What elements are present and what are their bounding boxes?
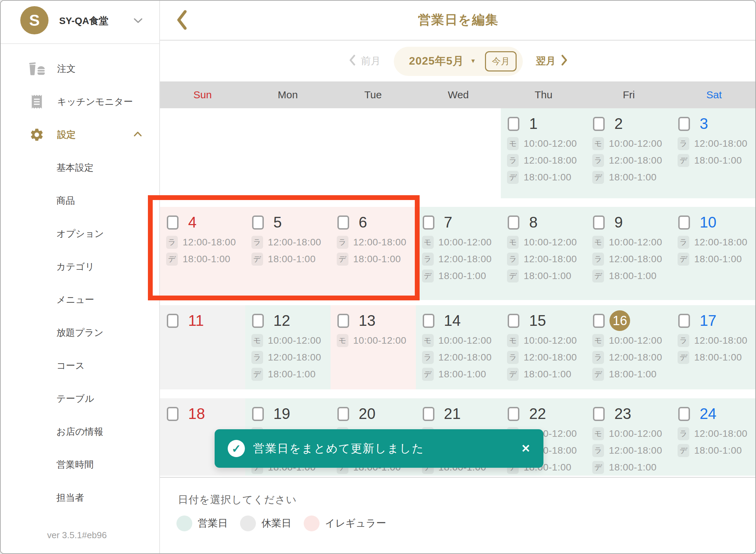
day-cell-12[interactable]: 12モ10:00-12:00ラ12:00-18:00デ18:00-1:00: [245, 305, 331, 389]
day-checkbox-22[interactable]: [508, 407, 519, 421]
day-number: 11: [188, 312, 204, 329]
day-checkbox-19[interactable]: [252, 407, 264, 421]
day-cell-7[interactable]: 7モ10:00-12:00ラ12:00-18:00デ18:00-1:00: [416, 207, 501, 300]
time-slot: ラ12:00-18:00: [245, 349, 331, 366]
slot-time: 10:00-12:00: [523, 237, 577, 248]
selection-hint: 日付を選択してください: [178, 493, 297, 507]
slot-tag-badge: ラ: [507, 253, 519, 266]
sidebar-item-settings[interactable]: 設定: [1, 118, 159, 151]
day-checkbox-7[interactable]: [423, 215, 434, 230]
day-checkbox-11[interactable]: [167, 314, 179, 328]
restaurant-switcher[interactable]: S SY-QA食堂: [1, 1, 159, 44]
day-checkbox-12[interactable]: [252, 314, 264, 328]
day-checkbox-3[interactable]: [678, 117, 690, 131]
slot-tag-badge: モ: [592, 334, 604, 347]
day-cell-11[interactable]: 11: [160, 305, 245, 389]
day-cell-header: 19: [252, 404, 331, 424]
sidebar-subitem-0[interactable]: 基本設定: [1, 151, 159, 184]
day-cell-9[interactable]: 9モ10:00-12:00ラ12:00-18:00デ18:00-1:00: [586, 207, 671, 300]
day-cell-13[interactable]: 13モ10:00-12:00: [331, 305, 416, 389]
sidebar-subitem-5[interactable]: 放題プラン: [1, 316, 159, 349]
time-slot: ラ12:00-18:00: [416, 251, 501, 267]
slot-time: 10:00-12:00: [609, 428, 662, 439]
prev-month-button[interactable]: 前月: [346, 54, 383, 69]
back-button[interactable]: [174, 9, 190, 31]
day-cell-1[interactable]: 1モ10:00-12:00ラ12:00-18:00デ18:00-1:00: [501, 108, 586, 198]
day-checkbox-20[interactable]: [337, 407, 349, 421]
day-checkbox-14[interactable]: [423, 314, 434, 328]
sidebar-subitem-6[interactable]: コース: [1, 349, 159, 382]
caret-down-icon: ▼: [470, 58, 476, 65]
sidebar-subitem-1[interactable]: 商品: [1, 184, 159, 217]
day-checkbox-17[interactable]: [678, 314, 690, 328]
day-checkbox-10[interactable]: [678, 215, 690, 230]
slot-tag-badge: ラ: [592, 444, 604, 457]
sidebar-item-orders[interactable]: 注文: [1, 52, 159, 85]
time-slot: ラ12:00-18:00: [586, 349, 671, 366]
slot-time: 10:00-12:00: [439, 237, 492, 248]
day-cell-24[interactable]: 24ラ12:00-18:00デ18:00-1:00: [671, 398, 756, 476]
legend-color-dot: [304, 516, 320, 531]
sidebar-subitem-8[interactable]: お店の情報: [1, 415, 159, 448]
day-checkbox-13[interactable]: [337, 314, 349, 328]
time-slot: デ18:00-1:00: [586, 366, 671, 383]
day-checkbox-21[interactable]: [423, 407, 434, 421]
day-cell-15[interactable]: 15モ10:00-12:00ラ12:00-18:00デ18:00-1:00: [501, 305, 586, 389]
sidebar-item-kitchen-monitor[interactable]: キッチンモニター: [1, 85, 159, 118]
day-checkbox-5[interactable]: [252, 215, 264, 230]
day-checkbox-18[interactable]: [167, 407, 179, 421]
day-cell-16[interactable]: 16モ10:00-12:00ラ12:00-18:00デ18:00-1:00: [586, 305, 671, 389]
day-checkbox-23[interactable]: [593, 407, 605, 421]
avatar: S: [20, 6, 48, 34]
day-cell-17[interactable]: 17ラ12:00-18:00デ18:00-1:00: [671, 305, 756, 389]
day-checkbox-8[interactable]: [508, 215, 519, 230]
day-number: 24: [700, 405, 716, 422]
sidebar-subitem-3[interactable]: カテゴリ: [1, 250, 159, 283]
day-checkbox-24[interactable]: [678, 407, 690, 421]
day-number: 13: [359, 312, 376, 329]
sidebar-item-label: 設定: [57, 129, 76, 141]
time-slot: モ10:00-12:00: [501, 135, 586, 152]
slot-time: 12:00-18:00: [694, 138, 747, 149]
day-cell-8[interactable]: 8モ10:00-12:00ラ12:00-18:00デ18:00-1:00: [501, 207, 586, 300]
time-slot: ラ12:00-18:00: [501, 152, 586, 169]
day-checkbox-4[interactable]: [167, 215, 179, 230]
day-number: 3: [700, 115, 708, 132]
slot-time: 12:00-18:00: [694, 237, 747, 248]
sidebar-subitem-9[interactable]: 営業時間: [1, 448, 159, 481]
day-cell-6[interactable]: 6ラ12:00-18:00デ18:00-1:00: [331, 207, 416, 300]
day-cell-header: 4: [167, 212, 245, 232]
calendar-legend: 営業日休業日イレギュラー: [176, 516, 386, 531]
slot-time: 12:00-18:00: [523, 254, 577, 265]
day-checkbox-15[interactable]: [508, 314, 519, 328]
day-cell-header: 3: [678, 114, 756, 134]
day-checkbox-1[interactable]: [508, 117, 519, 131]
time-slot: モ10:00-12:00: [331, 332, 416, 349]
day-cell-2[interactable]: 2モ10:00-12:00ラ12:00-18:00デ18:00-1:00: [586, 108, 671, 198]
day-cell-3[interactable]: 3ラ12:00-18:00デ18:00-1:00: [671, 108, 756, 198]
month-selector[interactable]: 2025年5月 ▼ 今月: [394, 47, 523, 76]
sidebar-subitem-7[interactable]: テーブル: [1, 382, 159, 415]
day-cell-header: 22: [508, 404, 586, 424]
settings-submenu: 基本設定商品オプションカテゴリメニュー放題プランコーステーブルお店の情報営業時間…: [1, 151, 159, 514]
sidebar-subitem-10[interactable]: 担当者: [1, 481, 159, 514]
sidebar-subitem-4[interactable]: メニュー: [1, 283, 159, 316]
day-checkbox-16[interactable]: [593, 314, 605, 328]
today-button[interactable]: 今月: [485, 51, 517, 71]
day-cell-4[interactable]: 4ラ12:00-18:00デ18:00-1:00: [160, 207, 245, 300]
time-slot: モ10:00-12:00: [416, 332, 501, 349]
main-content: 営業日を編集 前月 2025年5月 ▼ 今月 翌月 SunMonTueWedT: [160, 1, 756, 553]
weekday-tue: Tue: [331, 81, 416, 108]
day-cell-10[interactable]: 10ラ12:00-18:00デ18:00-1:00: [671, 207, 756, 300]
next-month-button[interactable]: 翌月: [534, 54, 570, 69]
time-slot: デ18:00-1:00: [501, 267, 586, 284]
sidebar-subitem-2[interactable]: オプション: [1, 217, 159, 250]
toast-close-button[interactable]: ✕: [521, 442, 530, 455]
day-cell-23[interactable]: 23モ10:00-12:00ラ12:00-18:00デ18:00-1:00: [586, 398, 671, 476]
day-cell-14[interactable]: 14モ10:00-12:00ラ12:00-18:00デ18:00-1:00: [416, 305, 501, 389]
day-checkbox-2[interactable]: [593, 117, 605, 131]
day-checkbox-6[interactable]: [337, 215, 349, 230]
day-checkbox-9[interactable]: [593, 215, 605, 230]
day-cell-5[interactable]: 5ラ12:00-18:00デ18:00-1:00: [245, 207, 331, 300]
day-cell-header: 16: [593, 311, 671, 331]
